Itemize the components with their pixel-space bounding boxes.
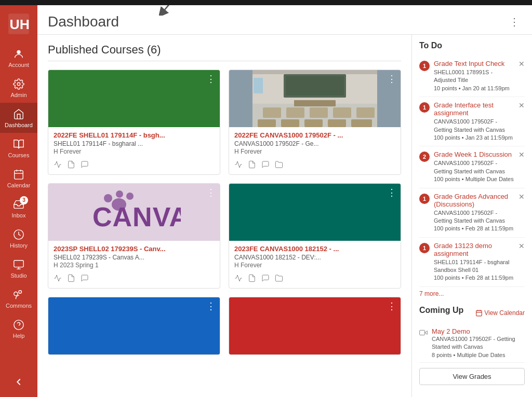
course-card-menu-5[interactable]: ⋮ (206, 302, 216, 311)
inbox-label: Inbox (12, 212, 26, 218)
todo-section-title: To Do (419, 41, 525, 50)
sidebar-item-studio[interactable]: Studio (0, 253, 37, 283)
assignment-icon-3[interactable] (67, 274, 75, 284)
announce-icon-2[interactable] (234, 160, 243, 170)
course-subtitle-4: CANVAS1000 182152 - DEV:... (234, 254, 395, 261)
folder-icon-2[interactable] (275, 160, 283, 170)
assignment-icon-2[interactable] (248, 160, 256, 170)
header-menu-button[interactable]: ⋮ (507, 13, 522, 30)
course-card-menu-3[interactable]: ⋮ (206, 188, 216, 197)
discussion-icon-4[interactable] (261, 274, 270, 284)
todo-close-2[interactable]: ✕ (518, 101, 525, 109)
course-card-2[interactable]: ⋮ 2022FE CANVAS1000 179502F - ... CANVAS… (229, 70, 401, 175)
todo-title-4[interactable]: Grade Grades Advanced (Discussions) (434, 193, 514, 208)
sidebar-item-account[interactable]: Account (0, 43, 37, 73)
svg-rect-30 (351, 119, 372, 127)
svg-rect-27 (281, 119, 299, 127)
course-info-1: 2022FE SHELL01 179114F - bsgh... SHELL01… (48, 127, 220, 157)
todo-close-4[interactable]: ✕ (518, 193, 525, 201)
course-thumbnail-6: ⋮ (229, 297, 401, 354)
inbox-badge: 3 (20, 196, 28, 204)
help-icon (12, 319, 25, 331)
course-name-2[interactable]: 2022FE CANVAS1000 179502F - ... (234, 131, 395, 139)
uh-logo-icon: UH (8, 13, 30, 35)
studio-icon (12, 258, 25, 271)
todo-badge-4: 1 (419, 194, 430, 204)
sidebar-item-commons[interactable]: Commons (0, 283, 37, 313)
discussion-icon-3[interactable] (81, 274, 89, 284)
course-card-menu-4[interactable]: ⋮ (387, 188, 396, 197)
view-calendar-label: View Calendar (484, 309, 525, 317)
view-grades-button[interactable]: View Grades (419, 368, 525, 385)
discussion-icon-2[interactable] (261, 160, 270, 170)
todo-detail-1: SHELL0001 178991S - Adjusted Title 10 po… (434, 69, 514, 92)
course-card-6[interactable]: ⋮ (229, 297, 401, 355)
svg-rect-4 (15, 170, 23, 179)
course-name-4[interactable]: 2023FE CANVAS1000 182152 - ... (234, 245, 395, 253)
course-org-2: H Forever (234, 148, 395, 155)
announce-icon-4[interactable] (234, 274, 243, 284)
course-name-1[interactable]: 2022FE SHELL01 179114F - bsgh... (54, 131, 215, 139)
course-card-4[interactable]: ⋮ 2023FE CANVAS1000 182152 - ... CANVAS1… (229, 183, 401, 289)
dashboard-label: Dashboard (5, 122, 33, 128)
course-actions-3 (48, 271, 220, 288)
svg-marker-42 (425, 331, 428, 335)
course-thumbnail-1: ⋮ (48, 70, 220, 127)
course-card-5[interactable]: ⋮ (48, 297, 220, 355)
course-actions-4 (229, 271, 401, 288)
todo-more-link[interactable]: 7 more... (419, 287, 525, 300)
course-subtitle-3: SHELL02 179239S - Canvas A... (54, 254, 215, 261)
svg-point-36 (126, 193, 134, 200)
assignment-icon-1[interactable] (67, 160, 75, 170)
todo-title-5[interactable]: Grade 13123 demo assignment (434, 242, 514, 257)
todo-title-2[interactable]: Grade Interface test assignment (434, 101, 514, 117)
sidebar-item-calendar[interactable]: Calendar (0, 163, 37, 193)
courses-panel: Published Courses (6) ⋮ 2022FE SHELL01 1… (37, 35, 411, 397)
todo-title-3[interactable]: Grade Week 1 Discussion (434, 150, 514, 158)
folder-icon-4[interactable] (275, 274, 283, 284)
course-card-menu-2[interactable]: ⋮ (387, 74, 396, 84)
course-name-3[interactable]: 2023SP SHELL02 179239S - Canv... (54, 245, 215, 253)
svg-rect-26 (258, 119, 276, 127)
sidebar-collapse-button[interactable] (0, 367, 37, 397)
sidebar-item-history[interactable]: History (0, 223, 37, 253)
announce-icon-3[interactable] (54, 274, 62, 284)
admin-icon (12, 78, 25, 90)
sidebar-item-inbox[interactable]: 3 Inbox (0, 193, 37, 223)
sidebar-item-admin[interactable]: Admin (0, 73, 37, 103)
assignment-icon-4[interactable] (248, 274, 256, 284)
coming-up-icon-1 (419, 328, 428, 359)
sidebar-logo[interactable]: UH (0, 5, 37, 43)
coming-up-content-1: May 2 Demo CANVAS1000 179502F - Getting … (432, 327, 525, 359)
account-label: Account (8, 62, 29, 68)
view-calendar-link[interactable]: View Calendar (475, 309, 525, 317)
commons-label: Commons (6, 303, 32, 309)
svg-point-37 (112, 198, 126, 211)
help-label: Help (13, 333, 25, 339)
course-card-1[interactable]: ⋮ 2022FE SHELL01 179114F - bsgh... SHELL… (48, 70, 220, 175)
dashboard-icon (12, 108, 25, 120)
course-subtitle-2: CANVAS1000 179502F - Ge... (234, 140, 395, 147)
svg-rect-24 (333, 107, 351, 118)
course-card-menu-6[interactable]: ⋮ (387, 302, 396, 311)
inbox-icon: 3 (12, 198, 25, 211)
course-subtitle-1: SHELL01 179114F - bsgharal ... (54, 140, 215, 147)
course-card-3[interactable]: CANVAS ⋮ 2023SP SHELL02 179239S - Canv..… (48, 183, 220, 289)
course-card-menu-1[interactable]: ⋮ (206, 74, 216, 84)
coming-up-event-title-1[interactable]: May 2 Demo (432, 327, 525, 335)
sidebar-item-courses[interactable]: Courses (0, 133, 37, 163)
svg-rect-22 (286, 107, 304, 118)
sidebar-item-dashboard[interactable]: Dashboard (0, 103, 37, 133)
discussion-icon-1[interactable] (81, 160, 89, 170)
todo-close-3[interactable]: ✕ (518, 150, 525, 159)
todo-close-1[interactable]: ✕ (518, 60, 525, 68)
announce-icon-1[interactable] (54, 160, 62, 170)
svg-rect-23 (310, 107, 328, 118)
sidebar-item-help[interactable]: Help (0, 313, 37, 344)
svg-rect-29 (328, 119, 346, 127)
studio-label: Studio (10, 272, 26, 279)
notification-popup: 7 (157, 5, 182, 16)
todo-close-5[interactable]: ✕ (518, 242, 525, 250)
todo-title-1[interactable]: Grade Text Input Check (434, 60, 514, 67)
svg-rect-21 (263, 107, 281, 118)
